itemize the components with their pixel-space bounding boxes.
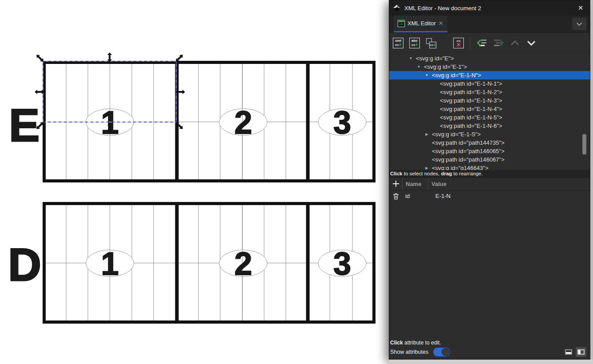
scale-handle-top[interactable] bbox=[107, 52, 112, 62]
move-node-up-button[interactable] bbox=[509, 37, 521, 49]
figure-e-letter: E bbox=[9, 99, 40, 151]
new-text-node-button[interactable]: abc <>+ bbox=[408, 37, 421, 49]
figure-d-cell-1-label: 1 bbox=[101, 246, 119, 281]
chevron-down-icon bbox=[527, 40, 536, 46]
show-attributes-toggle[interactable] bbox=[433, 347, 451, 357]
layout-horizontal-button[interactable] bbox=[563, 347, 574, 357]
layout-vertical-button[interactable] bbox=[576, 347, 586, 357]
chevron-down-icon bbox=[576, 22, 582, 26]
tab-xml-editor[interactable]: <> XML Editor ✕ bbox=[394, 16, 447, 32]
tree-hint: Click to select nodes, drag to rearrange… bbox=[389, 170, 590, 178]
tree-row[interactable]: <svg:path id="path146065"> bbox=[389, 147, 590, 155]
attributes-empty-area bbox=[389, 202, 590, 339]
plus-icon bbox=[392, 180, 399, 187]
figure-e[interactable]: 1 2 3 E bbox=[9, 61, 376, 182]
tree-row[interactable]: ▼<svg:g id="E"> bbox=[389, 54, 590, 63]
attribute-name[interactable]: id bbox=[402, 193, 428, 199]
new-element-node-button[interactable]: xml <>+ bbox=[392, 37, 404, 49]
expander-icon[interactable]: ▼ bbox=[408, 56, 414, 60]
expander-icon[interactable]: ▼ bbox=[416, 65, 422, 69]
toggle-knob bbox=[442, 348, 450, 356]
expander-icon[interactable]: ▶ bbox=[424, 166, 430, 170]
tree-row[interactable]: <svg:path id="E-1-N-2"> bbox=[389, 88, 590, 96]
figure-d-cell-2-label: 2 bbox=[234, 246, 252, 281]
indent-node-icon bbox=[493, 39, 504, 47]
toolbar-separator bbox=[470, 37, 470, 49]
inkscape-logo-icon bbox=[393, 4, 401, 12]
vertical-split-icon bbox=[577, 349, 585, 355]
tree-row[interactable]: <svg:path id="path144735"> bbox=[389, 138, 590, 147]
xml-node-tree[interactable]: ▼<svg:g id="E"> ▼<svg:g id="E-1"> ▼<svg:… bbox=[389, 53, 590, 170]
unindent-node-button[interactable] bbox=[476, 37, 488, 49]
tab-close-icon[interactable]: ✕ bbox=[439, 20, 443, 27]
tab-strip: <> XML Editor ✕ bbox=[389, 16, 590, 33]
trash-icon bbox=[393, 193, 399, 200]
indent-node-button[interactable] bbox=[492, 37, 505, 49]
expander-icon[interactable]: ▶ bbox=[424, 132, 430, 136]
delete-node-icon: <> ✕ bbox=[453, 38, 464, 48]
tree-row-selected[interactable]: ▼<svg:g id="E-1-N"> bbox=[389, 71, 590, 79]
attribute-hint: Click attribute to edit. bbox=[389, 339, 590, 347]
tree-row[interactable]: ▶<svg:g id="g146643"> bbox=[389, 164, 590, 170]
figure-e-cell-3-label: 3 bbox=[333, 105, 351, 140]
tree-row[interactable]: <svg:path id="E-1-N-1"> bbox=[389, 79, 590, 88]
xml-editor-dialog: XML Editor - New document 2 ✕ <> XML Edi… bbox=[389, 0, 590, 360]
tree-row[interactable]: <svg:path id="E-1-N-6"> bbox=[389, 122, 590, 130]
figure-d-cell-3-label: 3 bbox=[333, 246, 351, 281]
tree-row[interactable]: <svg:path id="E-1-N-4"> bbox=[389, 105, 590, 113]
new-text-node-icon: abc <>+ bbox=[409, 38, 420, 48]
figure-e-cell-2-label: 2 bbox=[234, 105, 252, 140]
tree-row[interactable]: ▶<svg:g id="E-1-S"> bbox=[389, 130, 590, 138]
tree-row[interactable]: ▼<svg:g id="E-1"> bbox=[389, 63, 590, 71]
tab-label: XML Editor bbox=[407, 20, 436, 27]
attr-name-header: Name bbox=[406, 181, 421, 187]
xml-editor-tab-icon: <> bbox=[398, 20, 405, 27]
dialog-titlebar[interactable]: XML Editor - New document 2 ✕ bbox=[389, 0, 590, 16]
figure-e-cell-1-label: 1 bbox=[101, 105, 119, 140]
desktop-edge-bottom bbox=[389, 360, 593, 364]
figure-d-grid bbox=[43, 202, 376, 324]
attributes-header: Name Value bbox=[389, 178, 590, 190]
show-attributes-label: Show attributes bbox=[390, 349, 428, 355]
duplicate-node-button[interactable]: <>+ bbox=[425, 37, 437, 49]
attr-value-header: Value bbox=[431, 181, 447, 187]
figure-e-grid bbox=[43, 61, 376, 182]
horizontal-split-icon bbox=[565, 349, 572, 355]
chevron-up-icon bbox=[510, 40, 519, 46]
unindent-node-icon bbox=[477, 39, 487, 47]
attribute-row[interactable]: id E-1-N bbox=[389, 190, 590, 202]
attribute-value[interactable]: E-1-N bbox=[428, 193, 590, 199]
expander-icon[interactable]: ▼ bbox=[424, 73, 430, 77]
dialog-bottom-bar: Show attributes bbox=[389, 347, 590, 359]
tree-scrollbar-thumb[interactable] bbox=[582, 134, 586, 154]
tree-row[interactable]: <svg:path id="E-1-N-5"> bbox=[389, 113, 590, 122]
figure-d-letter: D bbox=[8, 239, 41, 290]
figure-d[interactable]: 1 2 3 D bbox=[8, 202, 376, 324]
dialog-title: XML Editor - New document 2 bbox=[404, 5, 481, 12]
drawing-canvas[interactable]: 1 2 3 E 1 2 3 D bbox=[0, 0, 389, 364]
new-element-node-icon: xml <>+ bbox=[393, 38, 403, 48]
tree-row[interactable]: <svg:path id="E-1-N-3"> bbox=[389, 96, 590, 105]
move-node-down-button[interactable] bbox=[525, 37, 538, 49]
desktop-edge-right bbox=[591, 0, 593, 364]
xml-toolbar: xml <>+ abc <>+ <>+ <> ✕ bbox=[389, 33, 590, 53]
panel-menu-button[interactable] bbox=[572, 18, 586, 30]
add-attribute-button[interactable] bbox=[389, 178, 402, 190]
delete-attribute-button[interactable] bbox=[389, 190, 402, 202]
delete-node-button[interactable]: <> ✕ bbox=[452, 37, 465, 49]
window-close-icon[interactable]: ✕ bbox=[576, 4, 585, 12]
tree-row[interactable]: <svg:path id="path146067"> bbox=[389, 155, 590, 164]
